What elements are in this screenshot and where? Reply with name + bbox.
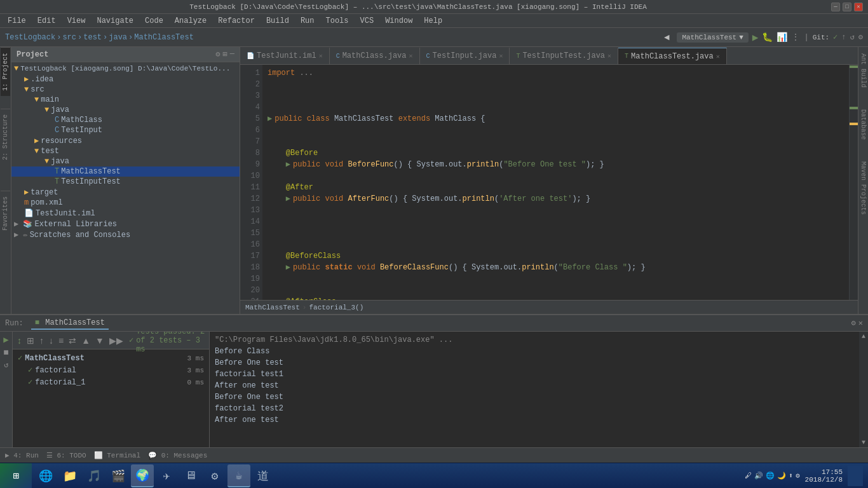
strip-run-btn[interactable]: ▶ 4: Run <box>5 451 39 459</box>
strip-messages-btn[interactable]: 💬 0: Messages <box>148 451 207 459</box>
tab-testinputtest[interactable]: T TestInputTest.java ✕ <box>510 48 618 64</box>
menu-run[interactable]: Run <box>295 15 320 27</box>
test-more-btn[interactable]: ▶▶ <box>107 334 125 347</box>
minimize-button[interactable]: — <box>831 3 840 11</box>
menu-file[interactable]: File <box>3 15 31 27</box>
menu-build[interactable]: Build <box>261 15 294 27</box>
tree-item-java-main[interactable]: ▼ java <box>11 105 240 115</box>
menu-vcs[interactable]: VCS <box>355 15 379 27</box>
git-push-icon[interactable]: ↑ <box>841 33 846 42</box>
test-sort-btn[interactable]: ↕ <box>15 334 24 347</box>
menu-code[interactable]: Code <box>140 15 168 27</box>
test-collapse-btn[interactable]: ▼ <box>93 334 106 347</box>
tree-item-java-test[interactable]: ▼ java <box>11 156 240 166</box>
test-filter-btn[interactable]: ≡ <box>57 334 65 347</box>
tree-item-main[interactable]: ▼ main <box>11 95 240 105</box>
menu-refactor[interactable]: Refactor <box>213 15 260 27</box>
project-icon-gear[interactable]: ⚙ <box>215 50 220 59</box>
test-expand2-btn[interactable]: ▲ <box>79 334 92 347</box>
taskbar-chrome[interactable]: 🌍 <box>131 464 154 487</box>
right-scroll[interactable]: ▲ ▼ <box>859 332 868 447</box>
tree-item-mathclasstest[interactable]: T MathClassTest <box>11 166 240 177</box>
show-desktop-button[interactable] <box>848 466 863 486</box>
taskbar-tao[interactable]: 道 <box>252 464 275 487</box>
right-label-maven[interactable]: Maven Projects <box>858 158 868 219</box>
settings-button[interactable]: ⚙ <box>858 32 863 42</box>
test-prev-fail-btn[interactable]: ↑ <box>37 334 46 347</box>
taskbar-screen[interactable]: 🖥 <box>179 464 202 487</box>
start-button[interactable]: ⊞ <box>0 463 32 488</box>
tab-testinput-close[interactable]: ✕ <box>499 52 503 60</box>
tab-testjunit-iml[interactable]: 📄 TestJunit.iml ✕ <box>240 48 330 64</box>
settings-close-icon[interactable]: ✕ <box>858 318 863 328</box>
test-next-fail-btn[interactable]: ↓ <box>47 334 55 347</box>
close-button[interactable]: ✕ <box>854 3 863 11</box>
menu-view[interactable]: View <box>62 15 91 27</box>
coverage-button[interactable]: 📊 <box>776 32 787 43</box>
tab-testjunit-close[interactable]: ✕ <box>319 52 323 60</box>
run-config-selector[interactable]: MathClassTest ▼ <box>677 32 748 43</box>
back-button[interactable]: ◀ <box>660 32 673 43</box>
taskbar-video[interactable]: 🎬 <box>107 464 130 487</box>
run-button[interactable]: ▶ <box>752 31 759 44</box>
tree-item-mathclass[interactable]: C MathClass <box>11 115 240 125</box>
test-factorial1-item[interactable]: ✓ factorial_1 0 ms <box>13 376 209 388</box>
code-content[interactable]: import ... ▶public class MathClassTest e… <box>262 65 849 300</box>
run-play-button[interactable]: ▶ <box>3 334 8 345</box>
right-label-antbuild[interactable]: Ant Build <box>858 50 868 92</box>
taskbar-intellij[interactable]: ☕ <box>227 464 250 487</box>
debug-button[interactable]: 🐛 <box>762 32 773 43</box>
tree-item-resources[interactable]: ▶ resources <box>11 135 240 146</box>
console-output[interactable]: "C:\Program Files\Java\jdk1.8.0_65\bin\j… <box>210 332 859 447</box>
test-class-item[interactable]: ✓ MathClassTest 3 ms <box>13 352 209 364</box>
menu-analyze[interactable]: Analyze <box>170 15 212 27</box>
project-breadcrumb[interactable]: TestLogback › src › test › java › MathCl… <box>5 33 194 42</box>
tree-item-testinputtest[interactable]: T TestInputTest <box>11 177 240 187</box>
tree-item-extlibs[interactable]: ▶ 📚 External Libraries <box>11 219 240 229</box>
project-icon-expand[interactable]: ⊞ <box>223 50 227 59</box>
tree-item-testinput[interactable]: C TestInput <box>11 125 240 135</box>
test-expand-btn[interactable]: ⊞ <box>25 334 36 347</box>
menu-window[interactable]: Window <box>380 15 417 27</box>
tab-testinputtest-close[interactable]: ✕ <box>607 52 611 60</box>
taskbar-explorer[interactable]: 📁 <box>58 464 81 487</box>
sidebar-tab-project[interactable]: 1: Project <box>1 47 10 96</box>
tree-item-pom[interactable]: m pom.xml <box>11 198 240 208</box>
tree-item-idea[interactable]: ▶ .idea <box>11 74 240 85</box>
project-icon-minimize[interactable]: — <box>230 50 234 59</box>
taskbar-media[interactable]: 🎵 <box>83 464 105 487</box>
tab-mathclass-close[interactable]: ✕ <box>409 52 413 60</box>
strip-todo-btn[interactable]: ☰ 6: TODO <box>46 451 86 459</box>
tree-item-testjunit[interactable]: 📄 TestJunit.iml <box>11 208 240 219</box>
scroll-down-btn[interactable]: ▼ <box>862 439 865 446</box>
test-sort2-btn[interactable]: ⇄ <box>67 334 78 347</box>
taskbar-mail[interactable]: ✈ <box>155 464 178 487</box>
sidebar-tab-structure[interactable]: 2: Structure <box>1 109 10 165</box>
rerun-button[interactable]: ↺ <box>4 360 8 370</box>
breadcrumb-mathclasstest[interactable]: MathClassTest <box>245 304 300 311</box>
sidebar-tab-favorites[interactable]: Favorites <box>1 191 10 236</box>
tab-mathclasstest[interactable]: T MathClassTest.java ✕ <box>618 48 727 64</box>
tree-item-target[interactable]: ▶ target <box>11 187 240 198</box>
tree-item-test[interactable]: ▼ test <box>11 146 240 156</box>
tab-testinput[interactable]: C TestInput.java ✕ <box>420 48 510 64</box>
menu-navigate[interactable]: Navigate <box>92 15 139 27</box>
menu-edit[interactable]: Edit <box>32 15 61 27</box>
tree-item-scratches[interactable]: ▶ ✏ Scratches and Consoles <box>11 229 240 240</box>
tab-mathclasstest-close[interactable]: ✕ <box>716 53 720 60</box>
settings-gear-icon[interactable]: ⚙ <box>851 318 856 328</box>
taskbar-clock[interactable]: 17:55 2018/12/8 <box>805 468 843 484</box>
maximize-button[interactable]: □ <box>843 3 851 11</box>
breadcrumb-factorial3[interactable]: factorial_3() <box>309 304 363 311</box>
menu-tools[interactable]: Tools <box>321 15 354 27</box>
code-editor[interactable]: 1 2 3 4 5 6 7 8 9 10 11 12 13 14 15 16 1 <box>240 65 858 300</box>
bottom-tab-mathclasstest[interactable]: ■ MathClassTest <box>31 317 109 330</box>
more-run-button[interactable]: ⋮ <box>791 32 800 43</box>
test-factorial-item[interactable]: ✓ factorial 3 ms <box>13 364 209 376</box>
taskbar-ie[interactable]: 🌐 <box>34 464 57 487</box>
taskbar-settings-icon[interactable]: ⚙ <box>203 464 226 487</box>
scroll-up-btn[interactable]: ▲ <box>862 333 865 340</box>
tree-item-root[interactable]: ▼ TestLogback [xiaogang.song] D:\Java\Co… <box>11 64 240 74</box>
tree-item-src[interactable]: ▼ src <box>11 85 240 95</box>
strip-terminal-btn[interactable]: ⬜ Terminal <box>94 451 140 459</box>
